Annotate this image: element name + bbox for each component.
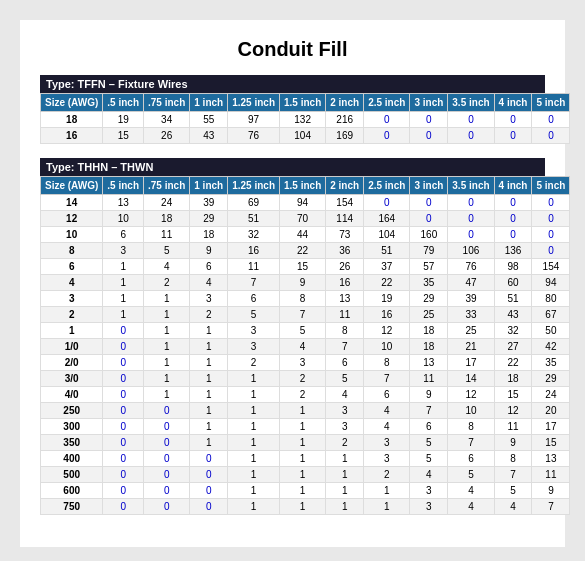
table-cell: 5 <box>280 323 326 339</box>
col-header: 4 inch <box>494 94 532 112</box>
table-cell: 0 <box>364 195 410 211</box>
col-header: 3.5 inch <box>448 94 494 112</box>
table-cell: 6 <box>364 387 410 403</box>
table-cell: 55 <box>190 112 228 128</box>
table-cell: 4 <box>364 419 410 435</box>
table-cell: 7 <box>228 275 280 291</box>
table-cell: 1 <box>144 339 190 355</box>
table-cell: 35 <box>410 275 448 291</box>
table-cell: 24 <box>532 387 570 403</box>
table-cell: 15 <box>280 259 326 275</box>
table-cell: 9 <box>190 243 228 259</box>
col-header: 1 inch <box>190 177 228 195</box>
table-cell: 9 <box>494 435 532 451</box>
table-cell: 4 <box>494 499 532 515</box>
table-cell: 43 <box>494 307 532 323</box>
table-cell: 2 <box>144 275 190 291</box>
table-cell: 132 <box>280 112 326 128</box>
table-cell: 69 <box>228 195 280 211</box>
table-cell: 1 <box>103 291 144 307</box>
table-cell: 1 <box>228 483 280 499</box>
table-cell: 3 <box>410 483 448 499</box>
col-header: 4 inch <box>494 177 532 195</box>
table-cell: 6 <box>190 259 228 275</box>
table-cell: 1 <box>190 371 228 387</box>
table-cell: 1 <box>190 419 228 435</box>
table-cell: 1 <box>144 355 190 371</box>
table-cell: 0 <box>103 339 144 355</box>
table-cell: 5 <box>410 451 448 467</box>
table-cell: 60 <box>494 275 532 291</box>
table-cell: 4 <box>280 339 326 355</box>
table-cell: 6 <box>448 451 494 467</box>
col-header: 2.5 inch <box>364 177 410 195</box>
table-cell: 350 <box>41 435 103 451</box>
table-cell: 11 <box>410 371 448 387</box>
table-row: 614611152637577698154 <box>41 259 570 275</box>
table-cell: 51 <box>228 211 280 227</box>
table-cell: 12 <box>448 387 494 403</box>
table-cell: 18 <box>410 323 448 339</box>
table-cell: 600 <box>41 483 103 499</box>
table-cell: 1 <box>326 483 364 499</box>
table-cell: 35 <box>532 355 570 371</box>
table-cell: 24 <box>144 195 190 211</box>
table-cell: 0 <box>144 419 190 435</box>
table-cell: 4 <box>410 467 448 483</box>
table-cell: 1 <box>228 451 280 467</box>
table-row: 1/00113471018212742 <box>41 339 570 355</box>
table-cell: 0 <box>532 195 570 211</box>
table-row: 4/001112469121524 <box>41 387 570 403</box>
table-cell: 750 <box>41 499 103 515</box>
table-cell: 1 <box>144 387 190 403</box>
table-cell: 16 <box>228 243 280 259</box>
table-cell: 106 <box>448 243 494 259</box>
table-row: 10113581218253250 <box>41 323 570 339</box>
table-cell: 0 <box>532 227 570 243</box>
table-cell: 1 <box>228 403 280 419</box>
table-cell: 1 <box>280 467 326 483</box>
table-cell: 15 <box>532 435 570 451</box>
table-cell: 0 <box>410 195 448 211</box>
table-cell: 11 <box>326 307 364 323</box>
table-cell: 1 <box>144 291 190 307</box>
table-cell: 3 <box>326 419 364 435</box>
table-row: 75000011113447 <box>41 499 570 515</box>
table-cell: 0 <box>103 419 144 435</box>
table-cell: 0 <box>190 483 228 499</box>
table-cell: 8 <box>364 355 410 371</box>
table-cell: 19 <box>364 291 410 307</box>
table-cell: 57 <box>410 259 448 275</box>
table-cell: 400 <box>41 451 103 467</box>
table-cell: 0 <box>103 371 144 387</box>
table-cell: 0 <box>448 195 494 211</box>
table-cell: 39 <box>190 195 228 211</box>
table-cell: 0 <box>494 211 532 227</box>
table-cell: 7 <box>494 467 532 483</box>
table-cell: 1 <box>144 371 190 387</box>
table-cell: 5 <box>144 243 190 259</box>
table-cell: 4 <box>448 499 494 515</box>
table-cell: 17 <box>532 419 570 435</box>
col-header: .5 inch <box>103 94 144 112</box>
table-cell: 300 <box>41 419 103 435</box>
table-cell: 79 <box>410 243 448 259</box>
table-cell: 14 <box>41 195 103 211</box>
table-cell: 29 <box>410 291 448 307</box>
table-cell: 26 <box>326 259 364 275</box>
table-cell: 5 <box>494 483 532 499</box>
table-cell: 47 <box>448 275 494 291</box>
col-header: 3 inch <box>410 177 448 195</box>
table-cell: 1 <box>280 403 326 419</box>
table-cell: 16 <box>41 128 103 144</box>
table-tffn: Size (AWG).5 inch.75 inch1 inch1.25 inch… <box>40 93 570 144</box>
section-thhn: Type: THHN – THWNSize (AWG).5 inch.75 in… <box>40 158 545 515</box>
table-cell: 2 <box>41 307 103 323</box>
table-cell: 0 <box>532 112 570 128</box>
table-cell: 0 <box>103 403 144 419</box>
table-cell: 1/0 <box>41 339 103 355</box>
table-cell: 25 <box>448 323 494 339</box>
table-row: 835916223651791061360 <box>41 243 570 259</box>
table-cell: 97 <box>228 112 280 128</box>
table-cell: 8 <box>494 451 532 467</box>
